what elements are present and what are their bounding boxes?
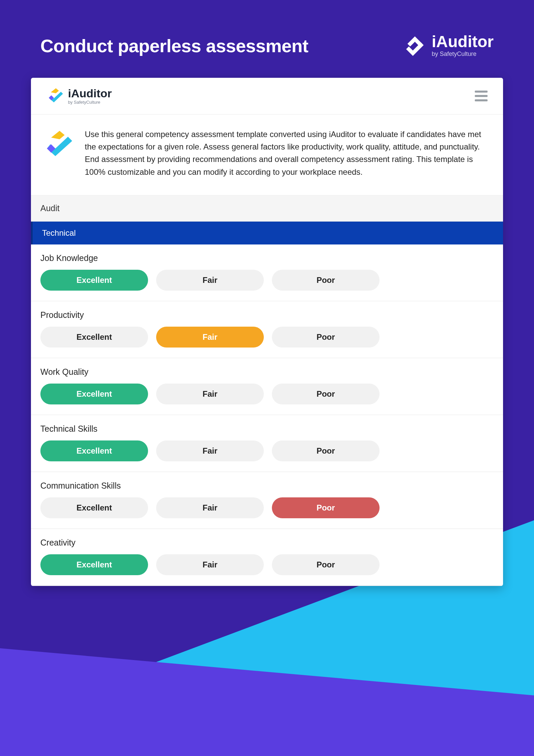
option-group: ExcellentFairPoor <box>40 497 494 518</box>
template-icon <box>44 128 75 178</box>
hero-brand-sub: by SafetyCulture <box>432 51 494 58</box>
option-fair[interactable]: Fair <box>156 440 264 461</box>
option-group: ExcellentFairPoor <box>40 440 494 461</box>
option-excellent[interactable]: Excellent <box>40 384 148 404</box>
question-label: Technical Skills <box>40 424 494 434</box>
template-description: Use this general competency assessment t… <box>85 128 486 178</box>
option-excellent[interactable]: Excellent <box>40 554 148 575</box>
app-brand-name: iAuditor <box>68 88 112 99</box>
option-poor[interactable]: Poor <box>272 440 380 461</box>
hero-brand-name: iAuditor <box>432 34 494 50</box>
question-row: Communication SkillsExcellentFairPoor <box>31 472 503 529</box>
app-brand-sub: by SafetyCulture <box>68 100 112 105</box>
question-label: Communication Skills <box>40 481 494 491</box>
hero-brand: iAuditor by SafetyCulture <box>404 34 494 58</box>
app-card: iAuditor by SafetyCulture Use this gener… <box>31 78 503 586</box>
option-poor[interactable]: Poor <box>272 497 380 518</box>
hero-title: Conduct paperless assessment <box>40 35 308 56</box>
question-row: CreativityExcellentFairPoor <box>31 529 503 586</box>
option-poor[interactable]: Poor <box>272 554 380 575</box>
option-fair[interactable]: Fair <box>156 554 264 575</box>
option-group: ExcellentFairPoor <box>40 270 494 291</box>
question-label: Productivity <box>40 310 494 320</box>
option-excellent[interactable]: Excellent <box>40 440 148 461</box>
app-brand: iAuditor by SafetyCulture <box>48 87 112 105</box>
tab-audit[interactable]: Audit <box>31 195 503 222</box>
hero: Conduct paperless assessment iAuditor by… <box>0 0 534 78</box>
section-technical[interactable]: Technical <box>31 222 503 244</box>
question-row: Work QualityExcellentFairPoor <box>31 358 503 415</box>
option-group: ExcellentFairPoor <box>40 384 494 404</box>
iauditor-logo-icon <box>48 87 64 105</box>
menu-icon[interactable] <box>473 89 490 103</box>
question-label: Creativity <box>40 538 494 548</box>
template-description-row: Use this general competency assessment t… <box>31 114 503 195</box>
option-poor[interactable]: Poor <box>272 270 380 291</box>
option-fair[interactable]: Fair <box>156 270 264 291</box>
option-excellent[interactable]: Excellent <box>40 497 148 518</box>
option-group: ExcellentFairPoor <box>40 327 494 348</box>
question-label: Work Quality <box>40 367 494 377</box>
question-row: ProductivityExcellentFairPoor <box>31 301 503 358</box>
question-label: Job Knowledge <box>40 253 494 263</box>
question-row: Job KnowledgeExcellentFairPoor <box>31 244 503 301</box>
option-excellent[interactable]: Excellent <box>40 270 148 291</box>
app-header: iAuditor by SafetyCulture <box>31 78 503 114</box>
question-row: Technical SkillsExcellentFairPoor <box>31 415 503 472</box>
option-fair[interactable]: Fair <box>156 497 264 518</box>
option-fair[interactable]: Fair <box>156 327 264 348</box>
option-fair[interactable]: Fair <box>156 384 264 404</box>
option-excellent[interactable]: Excellent <box>40 327 148 348</box>
iauditor-logo-icon <box>404 34 426 57</box>
option-poor[interactable]: Poor <box>272 384 380 404</box>
option-poor[interactable]: Poor <box>272 327 380 348</box>
option-group: ExcellentFairPoor <box>40 554 494 575</box>
